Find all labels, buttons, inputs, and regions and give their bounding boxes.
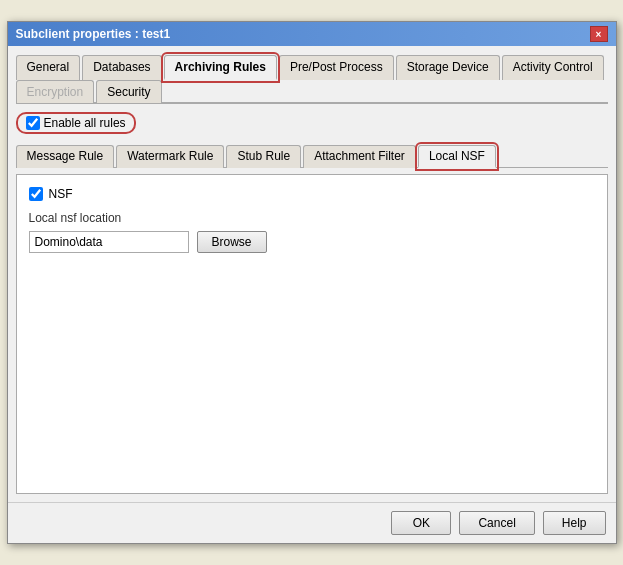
main-tab-databases[interactable]: Databases [82, 55, 161, 80]
sub-tab-stub-rule[interactable]: Stub Rule [226, 145, 301, 168]
main-tab-encryption: Encryption [16, 80, 95, 103]
enable-all-rules-checkbox[interactable] [26, 116, 40, 130]
title-bar: Subclient properties : test1 × [8, 22, 616, 46]
browse-button[interactable]: Browse [197, 231, 267, 253]
nsf-row: NSF [29, 187, 595, 201]
dialog-window: Subclient properties : test1 × GeneralDa… [7, 21, 617, 544]
main-tab-general[interactable]: General [16, 55, 81, 80]
nsf-path-input[interactable] [29, 231, 189, 253]
nsf-label: NSF [49, 187, 73, 201]
main-tab-archiving-rules[interactable]: Archiving Rules [164, 55, 277, 80]
main-tab-pre/post-process[interactable]: Pre/Post Process [279, 55, 394, 80]
dialog-body: GeneralDatabasesArchiving RulesPre/Post … [8, 46, 616, 502]
local-nsf-location-label: Local nsf location [29, 211, 595, 225]
sub-tab-message-rule[interactable]: Message Rule [16, 145, 115, 168]
sub-tab-watermark-rule[interactable]: Watermark Rule [116, 145, 224, 168]
main-tab-security[interactable]: Security [96, 80, 161, 103]
close-button[interactable]: × [590, 26, 608, 42]
sub-tabs-row: Message RuleWatermark RuleStub RuleAttac… [16, 144, 608, 168]
main-tab-activity-control[interactable]: Activity Control [502, 55, 604, 80]
nsf-checkbox[interactable] [29, 187, 43, 201]
dialog-footer: OK Cancel Help [8, 502, 616, 543]
title-text: Subclient properties : test1 [16, 27, 171, 41]
sub-tab-local-nsf[interactable]: Local NSF [418, 145, 496, 168]
ok-button[interactable]: OK [391, 511, 451, 535]
sub-tab-attachment-filter[interactable]: Attachment Filter [303, 145, 416, 168]
main-tabs-row: GeneralDatabasesArchiving RulesPre/Post … [16, 54, 608, 104]
title-bar-buttons: × [590, 26, 608, 42]
enable-all-rules-label[interactable]: Enable all rules [16, 112, 136, 134]
enable-all-rules-row: Enable all rules [16, 112, 608, 134]
enable-all-rules-text: Enable all rules [44, 116, 126, 130]
help-button[interactable]: Help [543, 511, 606, 535]
content-panel: NSF Local nsf location Browse [16, 174, 608, 494]
input-browse-row: Browse [29, 231, 595, 253]
cancel-button[interactable]: Cancel [459, 511, 534, 535]
main-tab-storage-device[interactable]: Storage Device [396, 55, 500, 80]
